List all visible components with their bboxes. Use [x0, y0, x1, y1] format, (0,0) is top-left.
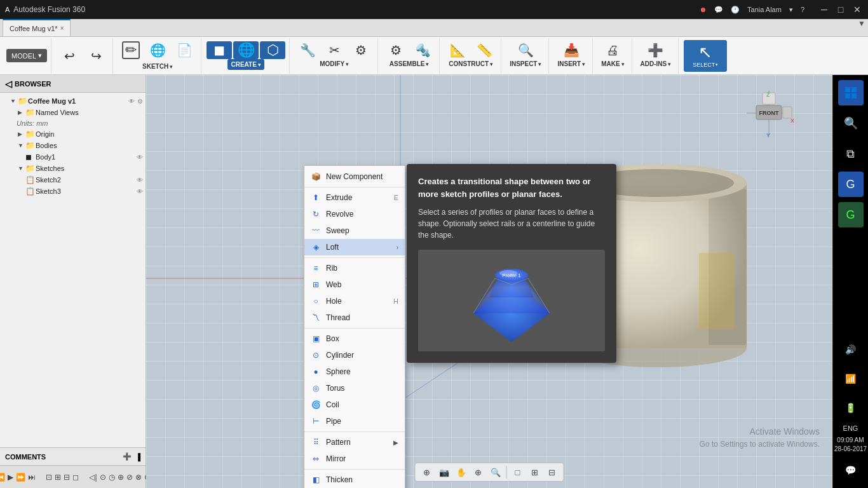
undo-button[interactable]: ↩	[57, 48, 82, 64]
viewport[interactable]: FRONT X Y Z Activate Windows Go to Setti…	[146, 75, 832, 488]
play-prev-button[interactable]: ⏪	[0, 470, 5, 484]
sketch-btn-2[interactable]: 🌐	[145, 42, 170, 58]
visibility-icon-sketch2[interactable]: 👁	[137, 177, 143, 184]
taskbar-extension-button[interactable]: G	[838, 202, 864, 227]
sketch-btn-3[interactable]: 📄	[172, 42, 197, 58]
addins-btn[interactable]: ➕	[643, 42, 668, 58]
tree-expand-origin[interactable]: ▶	[18, 131, 25, 137]
menu-item-rib[interactable]: ≡ Rib	[304, 260, 405, 276]
tab-close-button[interactable]: ×	[60, 25, 64, 32]
close-button[interactable]: ✕	[851, 4, 863, 15]
vp-orbit-btn[interactable]: ⊕	[471, 464, 486, 480]
menu-item-extrude[interactable]: ⬆ Extrude E	[304, 189, 405, 206]
menu-item-web[interactable]: ⊞ Web	[304, 276, 405, 293]
language-indicator[interactable]: ENG	[843, 424, 858, 432]
tree-item-body1[interactable]: ◼ Body1 👁	[0, 151, 146, 163]
menu-item-torus[interactable]: ◎ Torus	[304, 380, 405, 396]
modify-btn-3[interactable]: ⚙	[348, 42, 374, 58]
create-menu-button[interactable]: CREATE ▾	[227, 59, 264, 70]
assemble-btn-1[interactable]: ⚙	[383, 42, 409, 58]
tree-expand-bodies[interactable]: ▼	[18, 142, 25, 149]
clock-icon[interactable]: 🕐	[731, 6, 740, 14]
frame-btn-1[interactable]: ⊡	[46, 470, 52, 484]
tree-item-origin[interactable]: ▶ 📁 Origin	[0, 128, 146, 140]
menu-item-pipe[interactable]: ⊢ Pipe	[304, 413, 405, 430]
visibility-icon-body1[interactable]: 👁	[137, 154, 143, 161]
play-next-button[interactable]: ⏩	[16, 470, 25, 484]
menu-item-loft[interactable]: ◈ Loft ›	[304, 239, 405, 255]
taskbar-task-view-button[interactable]: ⧉	[838, 141, 864, 166]
vp-grid-btn[interactable]: ⊞	[527, 464, 543, 480]
construct-menu-button[interactable]: CONSTRUCT ▾	[445, 58, 496, 69]
tree-expand-sketches[interactable]: ▼	[18, 165, 25, 172]
comment-icon[interactable]: 💬	[714, 6, 723, 14]
anim-btn-3[interactable]: ◷	[109, 470, 115, 484]
minimize-button[interactable]: ─	[818, 4, 830, 15]
maximize-button[interactable]: □	[835, 4, 846, 15]
menu-item-revolve[interactable]: ↻ Revolve	[304, 206, 405, 222]
wifi-icon[interactable]: 📶	[838, 366, 864, 391]
tree-item-named-views[interactable]: ▶ 📁 Named Views	[0, 107, 146, 118]
active-tab[interactable]: Coffee Mug v1* ×	[3, 19, 71, 36]
vp-pan-btn[interactable]: ✋	[454, 464, 469, 480]
modify-btn-1[interactable]: 🔧	[295, 42, 320, 58]
tree-item-bodies[interactable]: ▼ 📁 Bodies	[0, 140, 146, 151]
menu-item-mirror[interactable]: ⇔ Mirror	[304, 451, 405, 467]
frame-btn-4[interactable]: ◻	[72, 470, 79, 484]
tree-item-sketches[interactable]: ▼ 📁 Sketches	[0, 163, 146, 174]
insert-btn[interactable]: 📥	[559, 42, 584, 58]
start-button[interactable]	[838, 80, 864, 105]
vp-camera-btn[interactable]: 📷	[437, 464, 452, 480]
vp-display-btn[interactable]: □	[510, 464, 526, 480]
inspect-menu-button[interactable]: INSPECT ▾	[506, 58, 545, 69]
addins-menu-button[interactable]: ADD-INS ▾	[637, 58, 675, 69]
menu-item-pattern[interactable]: ⠿ Pattern ▶	[304, 434, 405, 451]
tree-expand-named-views[interactable]: ▶	[18, 109, 25, 116]
anim-btn-4[interactable]: ⊕	[118, 470, 124, 484]
tree-item-sketch3[interactable]: 📋 Sketch3 👁	[0, 186, 146, 197]
menu-item-sweep[interactable]: 〰 Sweep	[304, 222, 405, 239]
chevron-down-icon[interactable]: ▾	[789, 6, 793, 14]
vp-zoom-btn[interactable]: 🔍	[488, 464, 503, 480]
anim-btn-5[interactable]: ⊘	[126, 470, 133, 484]
record-icon[interactable]: ⏺	[700, 6, 707, 13]
insert-menu-button[interactable]: INSERT ▾	[554, 58, 588, 69]
menu-item-hole[interactable]: ○ Hole H	[304, 293, 405, 309]
battery-icon[interactable]: 🔋	[838, 395, 864, 421]
construct-btn-1[interactable]: 📐	[445, 42, 470, 58]
frame-btn-3[interactable]: ⊟	[64, 470, 70, 484]
vp-move-btn[interactable]: ⊕	[419, 464, 435, 480]
redo-button[interactable]: ↪	[83, 48, 109, 64]
make-btn[interactable]: 🖨	[600, 42, 625, 58]
tree-expand-root[interactable]: ▼	[10, 98, 18, 104]
comment-expand-icon[interactable]: ▐	[135, 453, 140, 461]
orientation-gizmo[interactable]: FRONT X Y Z	[743, 88, 794, 139]
visibility-icon-root[interactable]: 👁	[128, 98, 135, 105]
menu-item-sphere[interactable]: ● Sphere	[304, 363, 405, 380]
tree-item-sketch2[interactable]: 📋 Sketch2 👁	[0, 174, 146, 186]
create-sphere-btn[interactable]: 🌐	[233, 41, 259, 59]
vp-view-btn[interactable]: ⊟	[545, 464, 560, 480]
menu-item-new-component[interactable]: 📦 New Component	[304, 168, 405, 185]
make-menu-button[interactable]: MAKE ▾	[598, 58, 627, 69]
user-name[interactable]: Tania Alam	[747, 6, 782, 13]
menu-item-box[interactable]: ▣ Box	[304, 330, 405, 347]
assemble-menu-button[interactable]: ASSEMBLE ▾	[386, 58, 433, 69]
inspect-btn[interactable]: 🔍	[513, 42, 538, 58]
tab-expand-icon[interactable]: ▼	[858, 19, 868, 36]
tree-item-root[interactable]: ▼ 📁 Coffee Mug v1 👁 ⚙	[0, 95, 146, 107]
speaker-icon[interactable]: 🔊	[838, 337, 864, 362]
help-icon[interactable]: ?	[801, 6, 804, 13]
play-button[interactable]: ▶	[8, 470, 13, 484]
settings-icon-root[interactable]: ⚙	[137, 98, 143, 105]
taskbar-chrome-button[interactable]: G	[838, 172, 864, 197]
select-button[interactable]: ↖ SELECT ▾	[684, 40, 727, 72]
taskbar-search-button[interactable]: 🔍	[838, 111, 864, 136]
create-icon-btn[interactable]: ◼	[207, 41, 232, 59]
anim-btn-6[interactable]: ⊗	[135, 470, 142, 484]
menu-item-cylinder[interactable]: ⊙ Cylinder	[304, 347, 405, 363]
anim-btn-2[interactable]: ⊙	[100, 470, 106, 484]
notification-button[interactable]: 💬	[838, 458, 864, 483]
modify-menu-button[interactable]: MODIFY ▾	[316, 58, 352, 69]
modify-btn-2[interactable]: ✂	[322, 42, 347, 58]
